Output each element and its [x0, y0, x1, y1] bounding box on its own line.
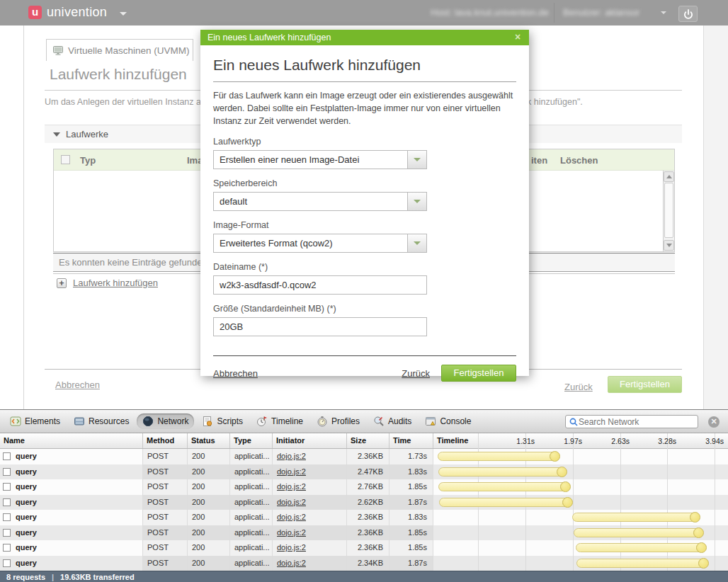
row-checkbox[interactable] [3, 452, 11, 460]
brand-logo[interactable]: u univention [28, 5, 127, 20]
network-request-row[interactable]: queryPOST200applicati...dojo.js:22.47KB1… [0, 464, 728, 480]
initiator-link[interactable]: dojo.js:2 [277, 543, 306, 552]
request-name-cell[interactable]: query [0, 495, 143, 510]
user-menu-label[interactable]: Benutzer: aklansor [563, 7, 654, 18]
col-header-status[interactable]: Status [188, 433, 230, 448]
add-drive-dialog: Ein neues Laufwerk hinzufügen × Ein neue… [200, 30, 529, 376]
devtools-close-button[interactable]: ✕ [708, 416, 720, 428]
network-request-row[interactable]: queryPOST200applicati...dojo.js:22.36KB1… [0, 449, 728, 464]
intro-text-left-fragment: Um das Anlegen der virtuellen Instanz a [45, 97, 201, 107]
network-search-box[interactable] [565, 415, 698, 428]
initiator-link[interactable]: dojo.js:2 [277, 467, 306, 476]
size-input[interactable] [213, 317, 427, 336]
devtools-toolbar: Elements Resources Network Scripts Timel… [0, 410, 728, 433]
row-checkbox[interactable] [3, 483, 11, 491]
dialog-cancel-link[interactable]: Abbrechen [213, 368, 258, 379]
brand-dropdown-caret-icon[interactable] [120, 12, 127, 16]
page-finish-button-disabled[interactable]: Fertigstellen [608, 376, 682, 393]
time-cell: 1.85s [389, 525, 433, 541]
dialog-titlebar[interactable]: Ein neues Laufwerk hinzufügen × [200, 30, 529, 45]
col-header-type[interactable]: Type [230, 433, 273, 448]
network-request-row[interactable]: queryPOST200applicati...dojo.js:22.62KB1… [0, 495, 728, 510]
initiator-link[interactable]: dojo.js:2 [277, 452, 306, 460]
devtools-status-bar: 8 requests | 19.63KB transferred [0, 571, 728, 582]
image-format-dropdown-button[interactable] [407, 234, 426, 252]
request-name-cell[interactable]: query [0, 449, 143, 464]
resources-icon [74, 416, 85, 427]
devtools-tab-scripts[interactable]: Scripts [196, 413, 249, 429]
initiator-cell: dojo.js:2 [273, 525, 347, 541]
col-header-size[interactable]: Size [347, 433, 389, 448]
initiator-link[interactable]: dojo.js:2 [277, 482, 306, 491]
select-all-checkbox[interactable] [61, 155, 70, 164]
network-request-row[interactable]: queryPOST200applicati...dojo.js:22.36KB1… [0, 510, 728, 525]
scrollbar-thumb[interactable] [664, 183, 673, 238]
dialog-close-icon[interactable]: × [512, 30, 523, 45]
time-cell: 1.85s [389, 540, 433, 556]
devtools-tab-label: Timeline [271, 416, 303, 426]
image-format-select[interactable]: Erweitertes Format (qcow2) [213, 234, 427, 253]
row-checkbox[interactable] [3, 529, 11, 537]
initiator-link[interactable]: dojo.js:2 [277, 528, 306, 537]
page-cancel-link[interactable]: Abbrechen [55, 380, 100, 390]
network-request-row[interactable]: queryPOST200applicati...dojo.js:22.34KB1… [0, 556, 728, 571]
devtools-tab-elements[interactable]: Elements [4, 413, 66, 429]
devtools-tab-console[interactable]: Console [419, 413, 477, 429]
timeline-cell [433, 556, 728, 571]
col-header-timeline[interactable]: Timeline [433, 433, 728, 448]
devtools-tab-network[interactable]: Network [137, 413, 194, 429]
drive-type-dropdown-button[interactable] [407, 151, 426, 169]
storage-select[interactable]: default [213, 192, 427, 211]
network-request-row[interactable]: queryPOST200applicati...dojo.js:22.76KB1… [0, 479, 728, 495]
request-name-cell[interactable]: query [0, 510, 143, 525]
request-name-cell[interactable]: query [0, 540, 143, 556]
row-checkbox[interactable] [3, 559, 11, 567]
add-drive-label: Laufwerk hinzufügen [73, 278, 158, 288]
devtools-tab-profiles[interactable]: Profiles [311, 413, 365, 429]
col-header-method[interactable]: Method [143, 433, 188, 448]
col-header-initiator[interactable]: Initiator [273, 433, 347, 448]
network-request-row[interactable]: queryPOST200applicati...dojo.js:22.36KB1… [0, 525, 728, 541]
devtools-tab-timeline[interactable]: Timeline [251, 413, 309, 429]
filename-input[interactable] [213, 275, 427, 295]
scroll-down-button[interactable] [664, 240, 674, 251]
dialog-finish-button[interactable]: Fertigstellen [441, 365, 516, 382]
timeline-bar-endcap [698, 558, 709, 569]
initiator-link[interactable]: dojo.js:2 [277, 513, 306, 521]
scroll-up-button[interactable] [664, 171, 674, 182]
request-name-cell[interactable]: query [0, 525, 143, 541]
initiator-link[interactable]: dojo.js:2 [277, 498, 306, 506]
request-name-cell[interactable]: query [0, 464, 143, 480]
devtools-tab-resources[interactable]: Resources [68, 413, 135, 429]
row-checkbox[interactable] [3, 498, 11, 506]
search-input[interactable] [579, 417, 698, 427]
tab-virtuelle-maschinen[interactable]: Virtuelle Maschinen (UVMM) [46, 39, 193, 61]
drive-type-select[interactable]: Erstellen einer neuen Image-Datei [213, 150, 427, 169]
dialog-back-link[interactable]: Zurück [402, 368, 430, 379]
time-cell: 1.87s [389, 495, 433, 510]
page-back-link[interactable]: Zurück [564, 382, 593, 392]
user-dropdown-caret-icon[interactable] [661, 11, 666, 14]
size-cell: 2.47KB [347, 464, 389, 480]
storage-dropdown-button[interactable] [407, 193, 426, 210]
request-name-cell[interactable]: query [0, 479, 143, 495]
request-name: query [16, 540, 37, 555]
network-request-row[interactable]: queryPOST200applicati...dojo.js:22.36KB1… [0, 540, 728, 556]
col-header-time[interactable]: Time [389, 433, 433, 448]
request-name-cell[interactable]: query [0, 556, 143, 571]
size-cell: 2.76KB [347, 479, 389, 495]
col-header-name[interactable]: Name [0, 433, 143, 448]
drives-table-scrollbar[interactable] [663, 171, 674, 251]
row-checkbox[interactable] [3, 544, 11, 552]
row-checkbox[interactable] [3, 468, 11, 476]
initiator-link[interactable]: dojo.js:2 [277, 559, 306, 567]
status-cell: 200 [188, 479, 230, 495]
devtools-tab-label: Resources [89, 416, 129, 426]
logout-power-button[interactable] [678, 6, 698, 22]
method-cell: POST [143, 449, 188, 464]
scroll-up-icon [666, 175, 672, 178]
row-checkbox[interactable] [3, 513, 11, 521]
devtools-tab-audits[interactable]: Audits [368, 413, 417, 429]
add-drive-link[interactable]: + Laufwerk hinzufügen [57, 278, 158, 288]
timeline-cell [433, 510, 728, 525]
